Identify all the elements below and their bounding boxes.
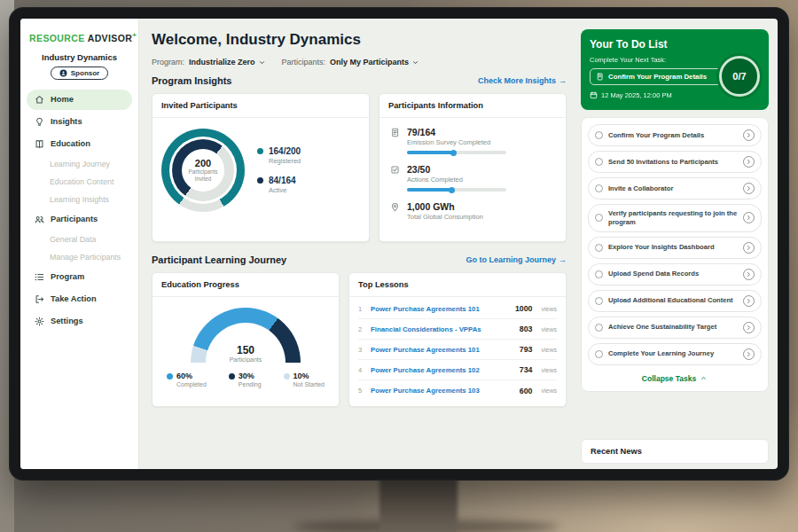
card-title: Invited Participants [153,94,369,118]
sidebar-item-take-action[interactable]: Take Action [27,289,132,309]
task-row-invite-collaborator[interactable]: Invite a Collaborator [588,177,762,200]
chevron-right-icon[interactable] [743,295,755,307]
main-content: Welcome, Industry Dynamics Program: Indu… [139,19,575,469]
sidebar-item-insights[interactable]: Insights [27,112,132,132]
collapse-label: Collapse Tasks [642,374,696,383]
lesson-title-link[interactable]: Financial Considerations - VPPAs [371,325,512,333]
next-task-button[interactable]: Confirm Your Program Details [590,68,724,85]
legend-item: 30% Pending [229,372,262,387]
sidebar-item-home[interactable]: Home [27,90,132,110]
lesson-row[interactable]: 2 Financial Considerations - VPPAs 803 v… [358,319,557,340]
chevron-up-icon [700,374,708,382]
task-row-complete-learning-journey[interactable]: Complete Your Learning Journey [588,343,762,365]
stat-value: 23/50 [407,164,506,175]
task-checkbox[interactable] [595,184,603,192]
legend-label: Not Started [293,381,325,387]
lesson-title-link[interactable]: Power Purchase Agreements 101 [371,305,508,313]
lesson-title-link[interactable]: Power Purchase Agreements 103 [371,387,512,395]
sponsor-icon [59,69,67,77]
task-label: Explore Your Insights Dashboard [608,243,738,252]
chevron-right-icon[interactable] [743,183,755,194]
legend-pct: 10% [293,372,325,380]
learning-journey-header: Participant Learning Journey Go to Learn… [152,254,567,265]
lesson-views: 793 [520,345,533,354]
sidebar-item-general-data[interactable]: General Data [20,231,138,248]
gauge-center-value: 150 [191,344,301,356]
task-checkbox[interactable] [595,158,603,166]
task-row-upload-educational-content[interactable]: Upload Additional Educational Content [588,290,762,312]
legend-pct: 60% [176,372,207,380]
task-label: Achieve One Sustainability Target [608,323,738,332]
sidebar-item-label: Insights [51,117,82,126]
chevron-right-icon[interactable] [743,212,755,223]
chevron-right-icon[interactable] [743,129,755,141]
chevron-right-icon[interactable] [743,156,755,168]
legend-dot-completed [167,373,173,379]
chevron-right-icon[interactable] [743,242,755,254]
bulb-icon [35,117,44,127]
task-label: Upload Spend Data Records [608,270,738,278]
task-checkbox[interactable] [595,131,603,139]
calendar-icon [590,91,598,99]
sidebar-item-learning-journey[interactable]: Learning Journey [20,155,138,173]
desk-scene: RESOURCE ADVISOR+ Industry Dynamics Spon… [0,0,798,532]
chevron-right-icon[interactable] [743,269,755,280]
program-filter-dropdown[interactable]: Industrialize Zero [189,58,266,66]
task-checkbox[interactable] [595,324,603,332]
lesson-views-label: views [541,326,557,332]
sidebar-item-education[interactable]: Education [27,134,132,154]
go-to-learning-journey-link[interactable]: Go to Learning Journey → [466,255,567,264]
lesson-rank: 2 [358,325,364,333]
sidebar-item-label: Settings [51,317,83,325]
task-row-confirm-program[interactable]: Confirm Your Program Details [588,124,762,146]
task-row-explore-insights[interactable]: Explore Your Insights Dashboard [588,237,762,259]
task-label: Verify participants requesting to join t… [608,209,738,227]
sidebar-item-label: Participants [51,215,98,223]
progress-bar [407,151,506,154]
lesson-row[interactable]: 4 Power Purchase Agreements 102 734 view… [358,360,557,380]
sidebar-item-program[interactable]: Program [27,267,132,287]
participants-filter: Participants: Only My Participants [282,58,420,66]
sidebar-item-learning-insights[interactable]: Learning Insights [20,191,138,208]
education-card-body: 150 Participants 60% Completed [153,297,339,387]
todo-hero-card: Your To Do List Complete Your Next Task:… [581,29,769,110]
task-checkbox[interactable] [595,350,603,358]
task-row-verify-participants[interactable]: Verify participants requesting to join t… [588,204,762,232]
check-more-insights-link[interactable]: Check More Insights → [478,76,567,85]
participants-filter-dropdown[interactable]: Only My Participants [330,58,419,66]
stat-value: 79/164 [407,127,506,137]
sidebar-item-settings[interactable]: Settings [27,311,132,332]
lesson-title-link[interactable]: Power Purchase Agreements 102 [371,366,512,374]
lesson-row[interactable]: 1 Power Purchase Agreements 101 1000 vie… [358,299,557,319]
task-checkbox[interactable] [595,244,603,252]
card-title: Participants Information [379,94,566,118]
chevron-right-icon[interactable] [743,322,755,333]
task-checkbox[interactable] [595,297,603,305]
legend-value: 164/200 [269,146,301,156]
sidebar-item-manage-participants[interactable]: Manage Participants [20,248,138,266]
lesson-row[interactable]: 3 Power Purchase Agreements 101 793 view… [358,340,557,360]
sponsor-badge[interactable]: Sponsor [51,66,108,80]
task-row-achieve-target[interactable]: Achieve One Sustainability Target [588,317,762,339]
lesson-row[interactable]: 5 Power Purchase Agreements 103 600 view… [358,380,557,401]
donut-center-label: Participants Invited [185,168,221,182]
brand-secondary: ADVISOR [88,33,133,43]
progress-fill [407,151,455,154]
task-row-upload-spend-data[interactable]: Upload Spend Data Records [588,263,762,286]
lesson-views: 803 [520,325,533,333]
page-title: Welcome, Industry Dynamics [152,31,567,49]
stat-actions-completed: 23/50 Actions Completed [390,164,555,192]
chevron-down-icon [411,59,419,66]
sidebar-item-participants[interactable]: Participants [27,209,132,230]
doc-icon [596,73,604,81]
task-row-send-invitations[interactable]: Send 50 Invitations to Participants [588,151,762,173]
task-checkbox[interactable] [595,214,603,222]
legend-item: 10% Not Started [284,372,325,387]
sidebar-item-education-content[interactable]: Education Content [20,173,138,191]
stat-emission-survey: 79/164 Emission Survey Completed [390,127,555,154]
task-checkbox[interactable] [595,270,603,278]
collapse-tasks-link[interactable]: Collapse Tasks [588,370,762,389]
chevron-right-icon[interactable] [743,348,755,360]
lesson-rank: 1 [358,305,364,313]
lesson-title-link[interactable]: Power Purchase Agreements 101 [371,346,512,354]
